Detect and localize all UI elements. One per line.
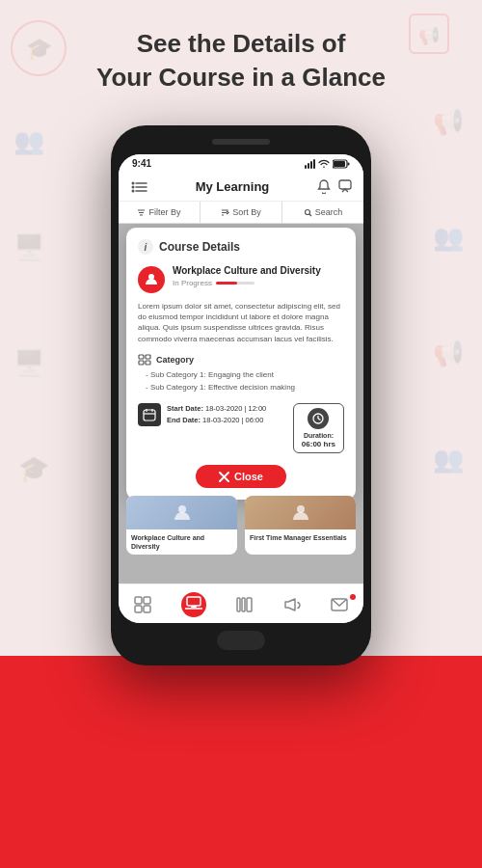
menu-icon[interactable]: [130, 180, 147, 194]
svg-rect-35: [146, 361, 150, 365]
svg-rect-53: [191, 606, 197, 608]
svg-point-16: [132, 181, 135, 184]
svg-text:👥: 👥: [13, 125, 45, 156]
card-img-overlay-2: [245, 496, 356, 529]
card-manager-icon: [291, 502, 310, 522]
progress-row: In Progress: [173, 279, 344, 287]
svg-text:👥: 👥: [433, 444, 465, 475]
nav-item-home[interactable]: [128, 594, 157, 615]
course-name: Workplace Culture and Diversity: [173, 264, 344, 277]
svg-point-46: [297, 505, 305, 513]
status-time: 9:41: [132, 158, 151, 169]
svg-text:🖥️: 🖥️: [13, 231, 45, 262]
dates-left: Start Date: 18-03-2020 | 12:00 End Date:…: [138, 403, 285, 453]
course-card-1[interactable]: Workplace Culture and Diversity: [126, 496, 237, 555]
svg-rect-15: [348, 162, 350, 165]
duration-box: Duration: 06:00 hrs: [293, 403, 344, 453]
main-content: i Course Details Workplace Culture and D…: [119, 224, 363, 583]
svg-rect-56: [247, 598, 252, 611]
svg-rect-51: [187, 597, 201, 606]
svg-text:🎓: 🎓: [18, 453, 50, 484]
svg-point-18: [132, 185, 135, 188]
start-date-row: Start Date: 18-03-2020 | 12:00: [167, 403, 285, 414]
nav-item-announce[interactable]: [278, 595, 307, 614]
header-line1: See the Details of: [137, 29, 346, 58]
close-button[interactable]: Close: [196, 465, 286, 488]
phone-screen: 9:41: [119, 154, 363, 623]
info-icon: i: [138, 239, 153, 255]
svg-rect-48: [144, 597, 150, 604]
megaphone-icon: [283, 597, 301, 612]
svg-point-29: [305, 209, 309, 214]
filter-label: Filter By: [148, 207, 180, 217]
filter-bar: Filter By Sort By Search: [119, 202, 363, 224]
card-img-1: [126, 496, 237, 529]
sort-label: Sort By: [232, 207, 261, 217]
dates-section: Start Date: 18-03-2020 | 12:00 End Date:…: [138, 403, 344, 453]
svg-text:🖥️: 🖥️: [13, 347, 45, 378]
sort-icon: [221, 208, 229, 217]
library-icon: [236, 596, 254, 613]
svg-line-42: [318, 419, 321, 420]
filter-button[interactable]: Filter By: [119, 202, 201, 223]
search-button[interactable]: Search: [282, 202, 363, 223]
app-title: My Learning: [196, 179, 270, 194]
close-label: Close: [234, 471, 263, 482]
modal-title: Course Details: [159, 240, 240, 254]
bottom-nav: [119, 583, 363, 623]
nav-item-learn[interactable]: [175, 590, 212, 619]
svg-rect-32: [139, 355, 144, 359]
grid-icon: [134, 596, 151, 613]
sort-button[interactable]: Sort By: [201, 202, 282, 223]
phone-home-button[interactable]: [217, 631, 265, 650]
start-date-label: Start Date:: [167, 404, 203, 413]
end-date-label: End Date:: [167, 416, 201, 424]
status-icons: [305, 159, 350, 169]
chat-icon[interactable]: [338, 179, 352, 193]
svg-rect-36: [144, 410, 155, 420]
x-icon: [219, 472, 229, 482]
signal-icon: [305, 159, 315, 169]
filter-icon: [137, 208, 146, 217]
phone-speaker: [212, 139, 270, 145]
svg-rect-54: [237, 598, 240, 611]
course-cards-row: Workplace Culture and Diversity First Ti…: [126, 496, 356, 555]
bell-icon[interactable]: [317, 179, 331, 194]
card-title-2: First Time Manager Essentials: [245, 529, 356, 546]
page-header: See the Details of Your Course in a Glan…: [0, 27, 482, 95]
sub-category-2: - Sub Category 1: Effective decision mak…: [138, 382, 344, 394]
svg-text:📢: 📢: [433, 338, 465, 368]
course-info: Workplace Culture and Diversity In Progr…: [173, 264, 344, 287]
modal-header: i Course Details: [138, 239, 344, 255]
progress-bar-fill: [216, 282, 237, 285]
category-label: Category: [156, 355, 194, 365]
header-action-icons: [317, 179, 352, 194]
clock-svg: [312, 413, 324, 424]
svg-text:👥: 👥: [433, 222, 465, 253]
person-icon: [145, 273, 158, 286]
header-line2: Your Course in a Glance: [96, 63, 386, 92]
status-bar: 9:41: [119, 154, 363, 173]
end-date-value: 18-03-2020 | 06:00: [202, 416, 263, 424]
mail-icon: [331, 598, 348, 611]
card-img-overlay-1: [126, 496, 237, 529]
svg-rect-33: [146, 355, 150, 359]
card-img-2: [245, 496, 356, 529]
svg-rect-49: [135, 606, 142, 612]
phone-device: 9:41: [111, 125, 371, 665]
svg-rect-14: [334, 161, 345, 167]
nav-item-library[interactable]: [230, 594, 259, 615]
progress-bar-bg: [216, 282, 254, 285]
search-label: Search: [315, 207, 343, 217]
clock-icon: [308, 408, 329, 429]
nav-active-bg: [181, 592, 206, 617]
course-item: Workplace Culture and Diversity In Progr…: [138, 264, 344, 293]
app-header: My Learning: [119, 173, 363, 202]
nav-item-mail[interactable]: [325, 596, 354, 613]
card-person-icon: [173, 502, 192, 522]
svg-rect-55: [242, 598, 245, 611]
category-section: Category - Sub Category 1: Engaging the …: [138, 354, 344, 394]
course-card-2[interactable]: First Time Manager Essentials: [245, 496, 356, 555]
sub-category-1: - Sub Category 1: Engaging the client: [138, 369, 344, 382]
category-header: Category: [138, 354, 344, 366]
